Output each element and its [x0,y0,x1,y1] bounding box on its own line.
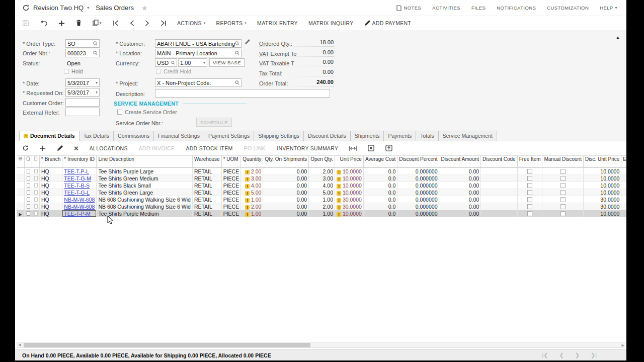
column-header-manual-discount[interactable]: Manual Discount [542,156,583,168]
row-selector[interactable] [17,189,25,196]
cell-open-qty[interactable]: 5.00 [309,189,335,196]
cell-ext-price[interactable]: 30.00 [621,175,626,182]
cell-open-qty[interactable]: 3.00 [309,175,335,182]
cell-warehouse[interactable]: RETAIL [192,210,221,217]
cell-free-item[interactable] [517,189,542,196]
cell-inventory-id[interactable]: TEE-T-P-L [62,168,97,175]
cell-discount-amount[interactable]: 0.00 [439,168,481,175]
table-row[interactable]: HQTEE-T-P-LTee Shirts Purple LargeRETAIL… [17,168,626,175]
matrix-entry-button[interactable]: MATRIX ENTRY [257,20,298,26]
matrix-inquiry-button[interactable]: MATRIX INQUIRY [308,20,354,26]
table-row[interactable]: HQTEE-T-B-STee Shirts Black SmallRETAILP… [17,182,626,189]
cell-open-qty[interactable]: 2.00 [309,168,335,175]
column-header-uom[interactable]: * UOM [221,156,241,168]
cell-discount-percent[interactable]: 0.000000 [397,210,439,217]
tab-payments[interactable]: Payments [384,131,416,141]
cell-unit-price[interactable]: ! 10.0000 [335,182,364,189]
cell-free-item[interactable] [517,203,542,210]
cell-qty-on-shipments[interactable]: 0.00 [263,210,309,217]
column-header-ext-price[interactable]: Ext. Price [621,156,626,168]
cell-manual-discount[interactable] [542,175,583,182]
cell-ext-price[interactable]: 20.00 [621,168,626,175]
cell-warehouse[interactable]: RETAIL [192,182,221,189]
cell-ext-price[interactable]: 10.00 [621,210,626,217]
reports-menu-button[interactable]: REPORTS▾ [216,20,247,26]
go-first-icon[interactable] [113,20,119,26]
cell-discount-percent[interactable]: 0.000000 [397,203,439,210]
customer-order-field[interactable] [65,98,100,107]
allocations-button[interactable]: ALLOCATIONS [90,145,128,151]
inventory-summary-button[interactable]: INVENTORY SUMMARY [277,145,338,151]
cell-description[interactable]: Tee Shirts Purple Large [97,168,192,175]
collapse-panel-icon[interactable]: ▲ [615,35,620,40]
row-file-icon[interactable] [32,210,40,217]
go-next-icon[interactable] [145,20,149,26]
cell-manual-discount[interactable] [542,196,583,203]
undo-icon[interactable] [40,20,48,27]
top-menu-help[interactable]: HELP▾ [600,5,617,11]
cell-inventory-id[interactable]: TEE-T-B-S [62,182,97,189]
column-header-discount-amount[interactable]: Discount Amount [439,156,481,168]
fit-to-screen-icon[interactable] [349,145,357,151]
delete-record-icon[interactable] [75,20,82,27]
page-next-icon[interactable]: ❯ [575,352,580,358]
cell-branch[interactable]: HQ [40,189,62,196]
row-file-icon[interactable] [32,203,40,210]
add-record-icon[interactable] [58,20,65,27]
cell-branch[interactable]: HQ [40,175,62,182]
requested-on-field[interactable]: 5/3/2017▾ [65,88,100,97]
row-note-icon[interactable] [25,168,32,175]
column-header-inventory-id[interactable]: * Inventory ID [62,156,97,168]
cell-disc-unit-price[interactable]: 10.0000 [583,189,621,196]
cell-ext-price[interactable]: 50.00 [621,189,626,196]
table-row[interactable]: HQNB-M-W-608NB 608 Cushioning Walking Si… [17,203,626,210]
top-menu-activities[interactable]: ACTIVITIES [432,5,460,11]
column-header-file[interactable] [32,156,40,168]
cell-description[interactable]: Tee Shirts Green Medium [97,175,192,182]
currency-rate-field[interactable]: 1.00▾ [178,58,207,67]
cell-warehouse[interactable]: RETAIL [192,175,221,182]
cell-discount-percent[interactable]: 0.000000 [397,196,439,203]
column-header-unit-price[interactable]: Unit Price [335,156,364,168]
cell-qty-on-shipments[interactable]: 0.00 [263,168,309,175]
row-file-icon[interactable] [32,175,40,182]
edit-row-icon[interactable] [57,145,63,151]
column-header-description[interactable]: Line Description [97,156,192,168]
cell-discount-code[interactable] [481,189,518,196]
cell-inventory-id[interactable]: TEE-T-G-M [62,175,97,182]
search-icon[interactable] [235,80,239,85]
cell-discount-amount[interactable]: 0.00 [439,210,481,217]
cell-discount-amount[interactable]: 0.00 [439,175,481,182]
cell-discount-code[interactable] [481,182,518,189]
favorite-star-icon[interactable]: ★ [141,4,148,12]
cell-branch[interactable]: HQ [40,168,62,175]
cell-disc-unit-price[interactable]: 10.0000 [583,168,621,175]
cell-branch[interactable]: HQ [40,203,62,210]
cell-average-cost[interactable]: 0.0 [363,168,397,175]
date-field[interactable]: 5/3/2017▾ [65,78,100,87]
cell-manual-discount[interactable] [542,189,583,196]
cell-inventory-id[interactable]: NB-M-W-608 [62,196,97,203]
cell-discount-amount[interactable]: 0.00 [439,182,481,189]
cell-uom[interactable]: PIECE [221,168,241,175]
column-header-quantity[interactable]: Quantity [241,156,263,168]
row-file-icon[interactable] [32,189,40,196]
cell-unit-price[interactable]: ! 30.0000 [335,203,364,210]
cell-average-cost[interactable]: 0.0 [363,175,397,182]
cell-open-qty[interactable]: 1.00 [309,196,335,203]
cell-disc-unit-price[interactable]: 10.0000 [583,210,621,217]
tab-service-management[interactable]: Service Management [439,131,497,141]
cell-quantity[interactable]: ! 4.00 [241,182,263,189]
cell-discount-code[interactable] [481,203,518,210]
cell-qty-on-shipments[interactable]: 0.00 [263,189,309,196]
row-note-icon[interactable] [25,175,32,182]
tab-document-details[interactable]: !Document Details [19,131,79,141]
cell-discount-code[interactable] [481,175,518,182]
cell-uom[interactable]: PIECE [221,210,241,217]
cell-discount-percent[interactable]: 0.000000 [397,175,439,182]
actions-menu-button[interactable]: ACTIONS▾ [177,20,206,26]
row-selector[interactable] [17,203,25,210]
cell-discount-code[interactable] [481,196,518,203]
add-row-icon[interactable] [40,145,46,151]
table-row[interactable]: HQTEE-T-G-LTee Shirts Green LargeRETAILP… [17,189,626,196]
